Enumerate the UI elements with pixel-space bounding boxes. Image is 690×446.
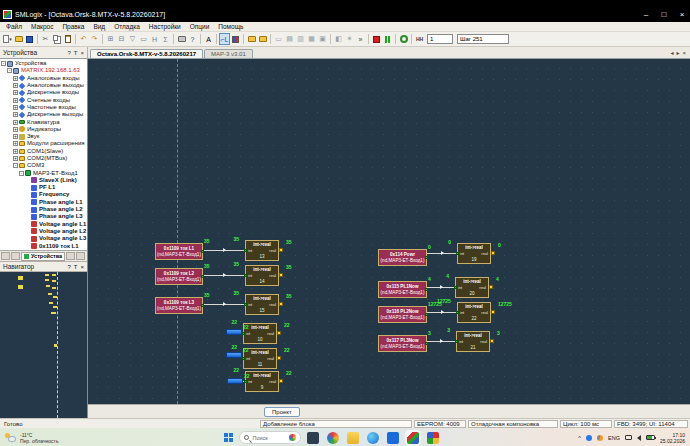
frame-icon[interactable]: ▭: [138, 33, 149, 45]
minimize-button[interactable]: –: [641, 10, 651, 19]
start-button[interactable]: [224, 433, 234, 443]
tree-item-6[interactable]: +Счетные входы: [0, 96, 87, 103]
tree-item-3[interactable]: +Аналоговые входы: [0, 75, 87, 82]
tree-expander-icon[interactable]: +: [13, 149, 18, 154]
tree-expander-icon[interactable]: +: [13, 120, 18, 125]
fbd-converter-block[interactable]: int->realintreal22: [457, 302, 491, 323]
menu-item-3[interactable]: Правка: [62, 23, 84, 30]
sidebar-tab-icon-2[interactable]: [11, 252, 20, 260]
open-folder-icon[interactable]: [13, 33, 24, 45]
fbd-input-block[interactable]: [226, 329, 242, 335]
tree-item-20[interactable]: Phase angle L1: [0, 199, 87, 206]
align-block-icon[interactable]: ⊟: [116, 33, 127, 45]
tree-item-19[interactable]: Frequency: [0, 191, 87, 198]
output-port[interactable]: [491, 251, 495, 255]
taskbar-search[interactable]: Поиск: [239, 431, 301, 444]
tree-expander-icon[interactable]: -: [7, 68, 12, 73]
taskbar-clock[interactable]: 17:10 25.02.2026: [660, 432, 685, 444]
tree-expander-icon[interactable]: +: [13, 76, 18, 81]
edge-icon[interactable]: [367, 432, 379, 444]
h-layout-icon[interactable]: Η: [149, 33, 160, 45]
cut-icon[interactable]: ✂: [40, 33, 51, 45]
output-port[interactable]: [425, 288, 428, 291]
macro-folder2-icon[interactable]: [257, 33, 268, 45]
tree-expander-icon[interactable]: +: [13, 105, 18, 110]
output-port[interactable]: [490, 339, 494, 343]
explorer-folder-icon[interactable]: [347, 432, 359, 444]
tree-item-8[interactable]: +Дискретные выходы: [0, 111, 87, 118]
tree-expander-icon[interactable]: -: [19, 171, 24, 176]
fbd-converter-block[interactable]: int->realintreal19: [457, 243, 491, 264]
input-port[interactable]: [244, 303, 247, 306]
input-port[interactable]: [456, 252, 459, 255]
tree-item-14[interactable]: +COM2(MTBus): [0, 155, 87, 162]
output-port[interactable]: [279, 302, 283, 306]
help-icon[interactable]: ?: [187, 33, 198, 45]
tree-item-15[interactable]: -COM3: [0, 162, 87, 169]
fbd-source-block[interactable]: 0x1109 ток L2(nd,МАР3-ЕТ-Вход1): [155, 268, 203, 285]
network-icon[interactable]: [586, 435, 592, 441]
volume-icon[interactable]: [637, 435, 641, 441]
tree-item-9[interactable]: +Клавиатура: [0, 118, 87, 125]
tree-item-4[interactable]: +Аналоговые выходы: [0, 82, 87, 89]
maximize-button[interactable]: □: [659, 10, 669, 19]
output-port[interactable]: [201, 304, 204, 307]
menu-item-6[interactable]: Настройки: [149, 23, 181, 30]
menu-item-7[interactable]: Опции: [190, 23, 210, 30]
fbd-source-block[interactable]: 0x117 PL3Now(nd,МАР3-ЕТ-Вход1): [378, 335, 427, 352]
sidebar-tab-icon-1[interactable]: [1, 252, 10, 260]
paste-icon[interactable]: [62, 33, 73, 45]
tab-next-icon[interactable]: ▸: [676, 49, 679, 56]
stop-icon[interactable]: [371, 33, 382, 45]
panel-close-icon[interactable]: ×: [80, 50, 84, 56]
fbd-canvas[interactable]: 0x1109 ток L1(nd,МАР3-ЕТ-Вход1)0x1109 то…: [88, 59, 690, 404]
input-port[interactable]: [454, 286, 457, 289]
tree-expander-icon[interactable]: +: [13, 134, 18, 139]
output-port[interactable]: [277, 356, 281, 360]
navigator-pin-icon[interactable]: T: [74, 264, 78, 270]
tree-item-21[interactable]: Phase angle L2: [0, 206, 87, 213]
pause-icon[interactable]: [382, 33, 393, 45]
undo-icon[interactable]: ↶: [78, 33, 89, 45]
fbd-input-block[interactable]: [227, 378, 243, 384]
sum-icon[interactable]: Σ: [160, 33, 171, 45]
input-port[interactable]: [244, 274, 247, 277]
task-view-icon[interactable]: [307, 432, 319, 444]
align-grid-icon[interactable]: ⊞: [105, 33, 116, 45]
navigator-minimap[interactable]: [0, 272, 87, 418]
tree-item-16[interactable]: -МАР3-ЕТ-Вход1: [0, 169, 87, 176]
document-tab-1[interactable]: Octava.Orsk-8.MTX-v-5.8.20260217: [90, 49, 203, 58]
fbd-source-block[interactable]: 0x116 PL2Now(nd,МАР3-ЕТ-Вход1): [378, 306, 427, 323]
fbd-converter-block[interactable]: int->realintreal14: [245, 265, 279, 286]
tree-item-24[interactable]: Voltage angle L2: [0, 228, 87, 235]
print-icon[interactable]: [176, 33, 187, 45]
tree-expander-icon[interactable]: -: [13, 163, 18, 168]
fbd-source-block[interactable]: 0x1109 ток L1(nd,МАР3-ЕТ-Вход1): [155, 243, 203, 260]
menu-item-2[interactable]: Макрос: [31, 23, 53, 30]
debug-colors-icon[interactable]: [230, 33, 241, 45]
library-icon-4[interactable]: ▦: [306, 33, 317, 45]
input-port[interactable]: [456, 311, 459, 314]
browser-icon[interactable]: [327, 432, 339, 444]
input-port[interactable]: [244, 380, 247, 383]
save-icon[interactable]: [24, 33, 35, 45]
tab-prev-icon[interactable]: ◂: [670, 49, 673, 56]
tree-item-5[interactable]: +Дискретные входы: [0, 89, 87, 96]
tree-expander-icon[interactable]: +: [13, 98, 18, 103]
menu-item-5[interactable]: Отладка: [114, 23, 140, 30]
copy-icon[interactable]: [51, 33, 62, 45]
fbd-source-block[interactable]: 0x115 PL1Now(nd,МАР3-ЕТ-Вход1): [378, 281, 427, 298]
library-icon-3[interactable]: ▥: [295, 33, 306, 45]
output-port[interactable]: [489, 285, 493, 289]
tab-close-icon[interactable]: ×: [682, 50, 686, 56]
smlogix-taskbar-icon[interactable]: [407, 432, 419, 444]
tree-item-12[interactable]: +Модули расширения: [0, 140, 87, 147]
zoom-fit-icon[interactable]: ▽: [127, 33, 138, 45]
battery-icon[interactable]: [646, 435, 655, 440]
output-port[interactable]: [491, 310, 495, 314]
taskbar-weather[interactable]: -11°C Пер. облачность: [5, 432, 58, 444]
update-icon[interactable]: [597, 435, 603, 441]
tree-item-7[interactable]: +Частотные входы: [0, 104, 87, 111]
macro-folder-icon[interactable]: [246, 33, 257, 45]
sidebar-tab-icon-3[interactable]: [66, 252, 75, 260]
